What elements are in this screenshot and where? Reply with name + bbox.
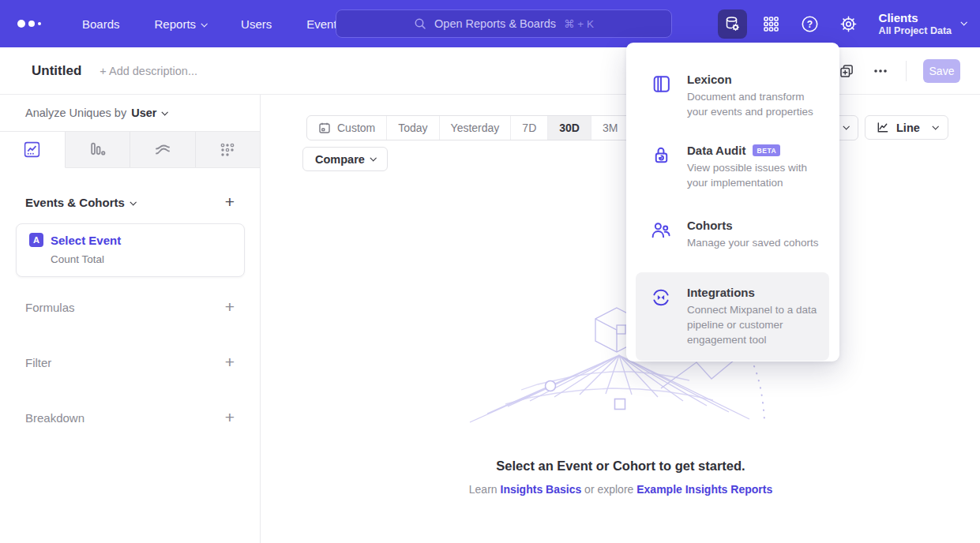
data-management-button[interactable] [718, 9, 747, 39]
divider [906, 61, 907, 81]
chart-type-dropdown[interactable]: Line [865, 115, 948, 140]
beta-badge: BETA [753, 144, 780, 156]
line-chart-icon [876, 121, 889, 134]
date-range-3m[interactable]: 3M [591, 116, 629, 140]
menu-item-integrations[interactable]: Integrations Connect Mixpanel to a data … [636, 272, 829, 361]
search-icon [414, 17, 426, 30]
tab-insights-line[interactable] [0, 132, 66, 168]
apps-grid-button[interactable] [757, 9, 786, 39]
report-description-field[interactable]: + Add description... [100, 65, 197, 77]
grid-icon [763, 16, 779, 32]
filter-section: Filter + [0, 351, 260, 373]
event-letter-badge: A [29, 233, 43, 247]
date-range-yesterday[interactable]: Yesterday [440, 116, 512, 140]
ellipsis-icon [873, 69, 888, 73]
project-name: All Project Data [879, 25, 952, 37]
line-chart-tab-icon [23, 140, 41, 159]
date-range-7d[interactable]: 7D [511, 116, 548, 140]
settings-button[interactable] [834, 9, 863, 39]
chevron-down-icon [130, 199, 136, 205]
nav-reports[interactable]: Reports [155, 17, 207, 31]
help-button[interactable]: ? [795, 9, 824, 39]
breakdown-section: Breakdown + [0, 406, 260, 429]
database-gear-icon [723, 15, 741, 32]
flow-chart-tab-icon [153, 140, 172, 159]
dots-grid-tab-icon [219, 141, 236, 159]
global-search-input[interactable]: Open Reports & Boards ⌘ + K [336, 9, 672, 38]
lexicon-book-icon [651, 73, 672, 95]
copy-plus-icon [839, 63, 854, 79]
events-cohorts-dropdown[interactable]: Events & Cohorts [25, 196, 135, 209]
insights-basics-link[interactable]: Insights Basics [501, 483, 582, 496]
menu-item-data-audit[interactable]: Data AuditBETA View possible issues with… [636, 134, 829, 200]
events-cohorts-header: Events & Cohorts + [0, 191, 260, 213]
report-title[interactable]: Untitled [32, 63, 81, 79]
data-audit-icon [651, 144, 672, 166]
menu-item-cohorts[interactable]: Cohorts Manage your saved cohorts [636, 209, 829, 260]
search-shortcut: ⌘ + K [564, 17, 594, 30]
empty-state-subtitle: Learn Insights Basics or explore Example… [261, 483, 980, 496]
analyze-by-dropdown[interactable]: User [131, 107, 167, 119]
chevron-down-icon [843, 123, 849, 129]
duplicate-report-button[interactable] [838, 62, 855, 80]
svg-text:?: ? [806, 18, 812, 29]
chevron-down-icon [162, 109, 168, 115]
chevron-down-icon [932, 123, 938, 129]
menu-item-lexicon[interactable]: Lexicon Document and transform your even… [636, 63, 829, 129]
nav-users[interactable]: Users [241, 17, 272, 31]
mixpanel-insights-app: Boards Reports Users Events Open Reports… [0, 0, 980, 543]
nav-boards[interactable]: Boards [82, 17, 120, 31]
date-range-today[interactable]: Today [387, 116, 439, 140]
integrations-sync-icon [650, 286, 672, 309]
help-icon: ? [801, 15, 819, 33]
chevron-down-icon [960, 19, 967, 25]
query-builder-sidebar: Analyze Uniques by User [0, 95, 261, 543]
chevron-down-icon [201, 21, 208, 27]
tab-bar-chart[interactable] [66, 132, 131, 167]
gear-icon [839, 15, 858, 33]
compare-dropdown[interactable]: Compare [302, 147, 388, 171]
chevron-down-icon [370, 155, 376, 161]
project-switcher[interactable]: Clients All Project Data [879, 11, 966, 37]
add-breakdown-button[interactable]: + [225, 410, 235, 425]
select-event-button[interactable]: Select Event [51, 234, 121, 247]
tab-stacked-chart[interactable] [130, 132, 196, 167]
date-range-custom[interactable]: Custom [307, 116, 387, 140]
example-insights-reports-link[interactable]: Example Insights Reports [636, 483, 772, 496]
calendar-icon [318, 122, 331, 134]
add-filter-button[interactable]: + [225, 354, 235, 370]
more-options-button[interactable] [872, 62, 889, 80]
analyze-uniques-row: Analyze Uniques by User [0, 95, 260, 131]
save-button[interactable]: Save [923, 59, 960, 83]
data-management-dropdown: Lexicon Document and transform your even… [626, 43, 839, 361]
event-aggregation[interactable]: Count Total [51, 253, 244, 265]
empty-state-title: Select an Event or Cohort to get started… [261, 459, 980, 474]
date-range-30d-selected[interactable]: 30D [548, 116, 591, 140]
mixpanel-logo-icon[interactable] [17, 20, 49, 28]
event-card[interactable]: A Select Event Count Total [16, 223, 245, 277]
formulas-section: Formulas + [0, 296, 260, 318]
org-name: Clients [879, 11, 952, 25]
add-event-button[interactable]: + [225, 194, 235, 210]
tab-metrics-grid[interactable] [196, 132, 261, 167]
add-formula-button[interactable]: + [225, 299, 235, 315]
top-navbar: Boards Reports Users Events Open Reports… [0, 0, 980, 47]
chart-type-tabs [0, 131, 260, 168]
cohorts-people-icon [650, 219, 672, 242]
bar-chart-tab-icon [88, 140, 107, 159]
